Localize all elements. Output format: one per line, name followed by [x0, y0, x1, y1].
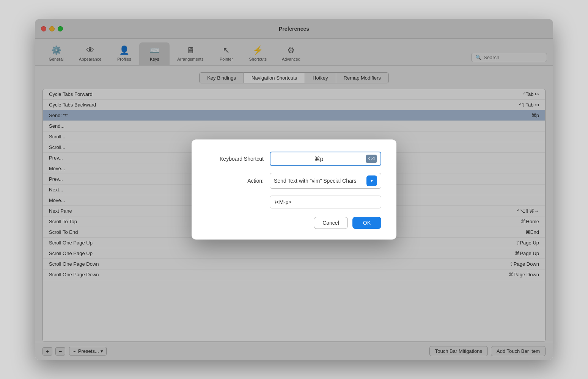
modal-buttons: Cancel OK: [207, 217, 381, 229]
clear-shortcut-button[interactable]: ⌫: [366, 155, 377, 163]
action-select[interactable]: Send Text with "vim" Special Chars ▾: [270, 173, 381, 189]
backspace-icon: ⌫: [368, 156, 375, 161]
action-dropdown-arrow[interactable]: ▾: [366, 175, 377, 186]
shortcut-label: Keyboard Shortcut: [207, 156, 264, 162]
keyboard-shortcut-modal: Keyboard Shortcut ⌘p ⌫ Action: Send Text…: [192, 139, 396, 240]
vim-text-input[interactable]: [270, 196, 381, 208]
preferences-window: Preferences ⚙️ General 👁 Appearance 👤 Pr…: [35, 19, 553, 360]
cancel-button[interactable]: Cancel: [314, 217, 348, 229]
ok-button[interactable]: OK: [352, 217, 381, 229]
shortcut-row: Keyboard Shortcut ⌘p ⌫: [207, 152, 381, 166]
action-label: Action:: [207, 178, 264, 184]
modal-overlay: Keyboard Shortcut ⌘p ⌫ Action: Send Text…: [35, 19, 553, 360]
shortcut-input-wrap[interactable]: ⌘p ⌫: [270, 152, 381, 166]
action-row: Action: Send Text with "vim" Special Cha…: [207, 173, 381, 189]
chevron-down-icon: ▾: [371, 178, 373, 183]
shortcut-value: ⌘p: [274, 155, 363, 163]
text-input-row: [270, 196, 381, 208]
action-value: Send Text with "vim" Special Chars: [274, 178, 363, 184]
